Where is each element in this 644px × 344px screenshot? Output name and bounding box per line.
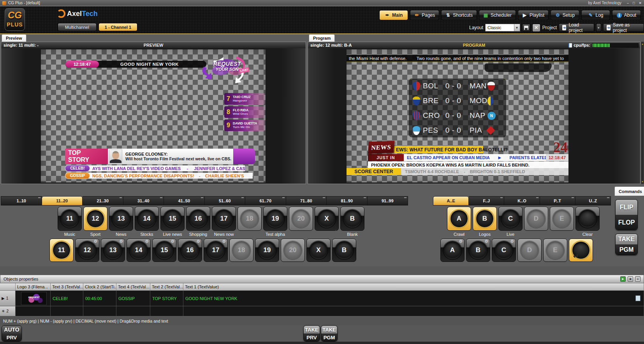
close-icon[interactable]: ✕: [639, 1, 642, 5]
page-range-tab[interactable]: 1..10: [1, 196, 42, 205]
page-knob[interactable]: ⚙ 14 ⌄: [135, 207, 159, 231]
load-project-dropdown-icon[interactable]: ▼: [596, 23, 601, 32]
page-range-tab[interactable]: 31..40: [123, 196, 164, 205]
multi-page-knob[interactable]: ⚙ C: [498, 207, 523, 231]
page-knob[interactable]: ⚙ 19 ⌄: [263, 207, 287, 231]
page-range-tab[interactable]: 61..70: [245, 196, 286, 205]
page-range-tab[interactable]: 71..80: [286, 196, 327, 205]
nav-button[interactable]: i About: [612, 10, 641, 20]
nav-button[interactable]: ▶ Playlist: [518, 10, 549, 20]
page-range-tab[interactable]: 51..60: [205, 196, 246, 205]
save-layout-button[interactable]: [522, 24, 530, 32]
flip-flop-button[interactable]: FLIP FLOP: [615, 199, 638, 230]
column-header[interactable]: Clock 2 (StartTi...: [83, 283, 116, 290]
delete-layout-button[interactable]: ✕: [532, 24, 540, 32]
page-knob[interactable]: ⚙ 17: [204, 239, 228, 262]
load-project-button[interactable]: ➔ Load project: [559, 23, 594, 32]
page-knob[interactable]: ⚙ X ⌄: [315, 207, 339, 231]
page-knob[interactable]: ⚙ 13 ⌄: [109, 207, 133, 231]
page-range-tab[interactable]: K..O: [504, 196, 540, 205]
auto-prv-button[interactable]: AUTO PRV: [2, 325, 22, 342]
multi-page-knob[interactable]: ⚙ D: [517, 239, 542, 262]
page-knob[interactable]: ⚙ 16: [178, 239, 202, 262]
multi-page-knob[interactable]: ⚙ A: [440, 239, 465, 262]
layout-dropdown-icon[interactable]: ▼: [514, 24, 520, 31]
page-knob[interactable]: ⚙ 20: [281, 239, 305, 262]
cell-text2[interactable]: TOP STORY: [150, 291, 183, 306]
tab-commands[interactable]: Commands: [614, 186, 644, 196]
column-header[interactable]: [0, 283, 16, 290]
page-knob[interactable]: ⚙ 18 ⌄: [238, 207, 262, 231]
list-view-icon[interactable]: ≡: [635, 276, 640, 282]
cell-clock2[interactable]: 00:45:00: [83, 291, 116, 306]
page-knob[interactable]: ⚙ 12 ⌄: [83, 207, 107, 231]
page-knob[interactable]: ⚙ 14: [127, 239, 151, 262]
scroll-up-icon[interactable]: ▲: [641, 43, 644, 45]
page-range-tab[interactable]: F..J: [469, 196, 504, 205]
multi-page-knob[interactable]: ⚙ D: [524, 207, 548, 231]
nav-button[interactable]: ▦ Scheduler: [479, 10, 516, 20]
layout-select[interactable]: Classic ▼: [485, 24, 520, 32]
tab-preview[interactable]: Preview: [2, 34, 26, 42]
nav-icon: ✎: [588, 13, 593, 18]
monitor-scrollbar[interactable]: ▲ ▼: [641, 42, 644, 184]
table-row-new[interactable]: ✳2: [0, 306, 644, 316]
channel-tab[interactable]: Multichannel: [58, 23, 97, 31]
page-knob[interactable]: ⚙ 18: [229, 239, 253, 262]
multi-page-knob[interactable]: ⚙: [569, 239, 593, 262]
page-knob[interactable]: ⚙ X: [306, 239, 331, 262]
page-range-tab[interactable]: 41..50: [164, 196, 205, 205]
page-range-tab[interactable]: 21..30: [83, 196, 123, 205]
multi-page-knob[interactable]: ⚙ A: [447, 207, 471, 231]
column-header[interactable]: Text 3 (TextVal...: [51, 283, 83, 290]
tab-program[interactable]: Program: [309, 34, 335, 42]
page-knob[interactable]: ⚙ B: [332, 239, 356, 262]
minimize-icon[interactable]: –: [627, 1, 629, 5]
cell-text1[interactable]: GOOD NIGHT NEW YORK: [183, 291, 644, 306]
take-pgm-button[interactable]: TAKE PGM: [321, 325, 338, 342]
page-knob[interactable]: ⚙ 15 ⌄: [160, 207, 185, 231]
page-knob[interactable]: ⚙ 11: [49, 239, 74, 262]
column-header[interactable]: Text 2 (TextVal...: [150, 283, 183, 290]
nav-button[interactable]: ⚙ Setup: [551, 10, 579, 20]
page-range-tab[interactable]: 81..90: [327, 196, 368, 205]
multi-page-knob[interactable]: ⚙ E: [550, 207, 574, 231]
page-knob[interactable]: ⚙ 19: [255, 239, 279, 262]
channel-tab[interactable]: 1 - Channel 1: [99, 23, 137, 31]
page-range-tab[interactable]: A..E: [433, 196, 469, 205]
multi-page-knob[interactable]: ⚙ E: [543, 239, 567, 262]
page-knob[interactable]: ⚙ B ⌄: [340, 207, 364, 231]
page-knob[interactable]: ⚙ 11 ⌄: [58, 207, 82, 231]
multi-page-knob[interactable]: ⚙ B: [473, 207, 497, 231]
multi-page-knob[interactable]: ⚙: [575, 207, 600, 231]
take-pgm-command-button[interactable]: TAKE PGM: [615, 233, 638, 255]
page-knob[interactable]: ⚙ 17 ⌄: [212, 207, 236, 231]
page-knob[interactable]: ⚙ 16 ⌄: [186, 207, 210, 231]
nav-button[interactable]: ✎ Log: [581, 10, 610, 20]
page-range-tab[interactable]: 91..99: [368, 196, 408, 205]
nav-button[interactable]: ✒ Main: [379, 10, 408, 20]
maximize-icon[interactable]: □: [633, 1, 635, 5]
page-range-tab[interactable]: U..Z: [575, 196, 611, 205]
multi-page-knob[interactable]: ⚙ B: [466, 239, 490, 262]
cell-text4[interactable]: GOSSIP: [116, 291, 150, 306]
page-range-tab[interactable]: 11..20: [42, 196, 83, 205]
apply-green-icon[interactable]: ▶: [620, 276, 626, 282]
window-icon[interactable]: ▣: [628, 276, 633, 282]
multi-page-knob[interactable]: ⚙ C: [492, 239, 516, 262]
nav-button[interactable]: ⇅ Shortcuts: [441, 10, 477, 20]
scroll-down-icon[interactable]: ▼: [641, 181, 644, 183]
page-range-tab[interactable]: P..T: [540, 196, 575, 205]
cell-text3[interactable]: CELEB!: [51, 291, 83, 306]
page-knob[interactable]: ⚙ 15: [152, 239, 176, 262]
column-header[interactable]: Logo 3 (Filena...: [16, 283, 51, 290]
column-header[interactable]: Text 1 (TextValue): [183, 283, 644, 290]
nav-button[interactable]: ✏ Pages: [410, 10, 439, 20]
table-row[interactable]: ▶1 REQUEST CELEB! 00:45:00 GOSSIP TOP ST…: [0, 291, 644, 306]
page-knob[interactable]: ⚙ 13: [101, 239, 125, 262]
save-as-project-button[interactable]: ➔ Save as project: [603, 23, 644, 32]
column-header[interactable]: Text 4 (TextVal...: [116, 283, 150, 290]
page-knob[interactable]: ⚙ 20 ⌄: [289, 207, 313, 231]
take-prv-button[interactable]: TAKE PRV: [303, 325, 320, 342]
page-knob[interactable]: ⚙ 12: [75, 239, 99, 262]
